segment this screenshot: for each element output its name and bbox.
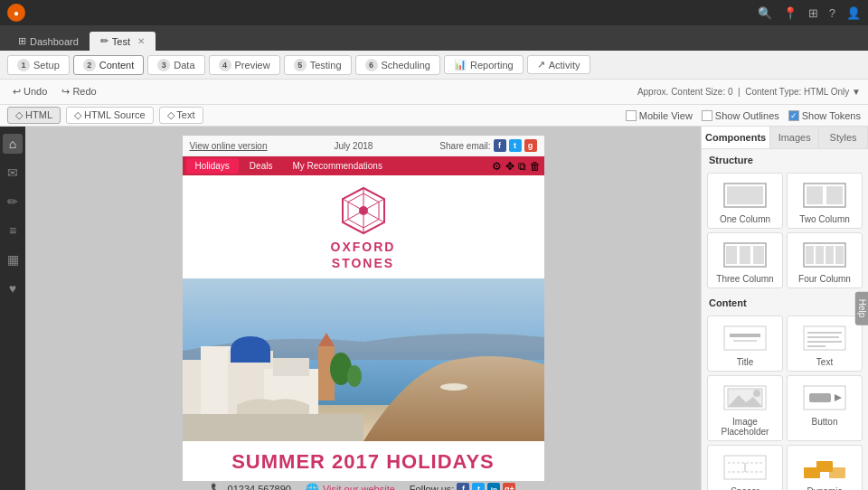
google-icon[interactable]: g: [524, 139, 537, 152]
spacer-component[interactable]: Spacer: [707, 445, 783, 490]
nav-tab-reporting[interactable]: 📊 Reporting: [444, 55, 524, 74]
nav-copy-icon[interactable]: ⧉: [518, 160, 526, 173]
two-column-icon: [791, 179, 858, 212]
svg-rect-41: [807, 341, 842, 343]
nav-delete-icon[interactable]: 🗑: [530, 160, 541, 173]
close-tab-button[interactable]: ✕: [137, 36, 145, 46]
one-column-component[interactable]: One Column: [707, 173, 783, 229]
text-icon: [791, 322, 858, 354]
nav-tab-activity[interactable]: ↗ Activity: [527, 55, 590, 74]
nav-tab-data[interactable]: 3 Data: [147, 55, 204, 75]
dynamic-content-icon: [791, 451, 858, 484]
follow-linkedin-icon[interactable]: in: [487, 483, 500, 490]
svg-rect-25: [826, 186, 843, 204]
image-placeholder-icon: [712, 382, 778, 414]
sidebar-email-icon[interactable]: ✉: [3, 163, 23, 183]
share-icons: Share email: f t g: [439, 139, 536, 152]
svg-point-5: [359, 206, 368, 215]
nav-num-6: 6: [365, 59, 378, 71]
nav-tabs-row: 1 Setup 2 Content 3 Data 4 Preview 5 Tes…: [0, 51, 868, 80]
nav-tab-preview[interactable]: 4 Preview: [209, 55, 280, 75]
show-outlines-checkbox[interactable]: [702, 110, 712, 121]
html-mode-button[interactable]: ◇ HTML: [7, 107, 61, 124]
show-outlines-toggle[interactable]: Show Outlines: [702, 110, 779, 121]
content-type-dropdown-icon[interactable]: ▼: [852, 87, 861, 97]
three-column-component[interactable]: Three Column: [707, 232, 783, 288]
website-link[interactable]: Visit our website: [323, 484, 395, 490]
twitter-icon[interactable]: t: [509, 139, 522, 152]
nav-num-3: 3: [157, 59, 170, 71]
content-area: View online version July 2018 Share emai…: [25, 127, 701, 490]
svg-rect-31: [806, 246, 814, 264]
top-bar-icons: 🔍 📍 ⊞ ? 👤: [758, 6, 861, 20]
follow-google-icon[interactable]: g+: [503, 483, 515, 490]
text-mode-button[interactable]: ◇ Text: [159, 107, 203, 124]
sidebar-home-icon[interactable]: ⌂: [3, 134, 23, 154]
tab-dashboard[interactable]: ⊞ Dashboard: [7, 32, 90, 51]
redo-button[interactable]: ↪ Redo: [56, 84, 101, 99]
three-column-icon: [712, 239, 778, 271]
mode-toolbar: ◇ HTML ◇ HTML Source ◇ Text Mobile View …: [0, 105, 868, 127]
dashboard-icon: ⊞: [18, 35, 26, 47]
html-source-mode-button[interactable]: ◇ HTML Source: [66, 107, 154, 124]
panel-tab-styles[interactable]: Styles: [819, 127, 868, 148]
reporting-icon: 📊: [454, 59, 467, 71]
show-tokens-toggle[interactable]: ✓ Show Tokens: [788, 110, 861, 121]
hero-image: [183, 278, 544, 441]
sidebar-list-icon[interactable]: ≡: [3, 221, 23, 240]
svg-rect-56: [829, 467, 845, 478]
image-placeholder-component[interactable]: Image Placeholder: [707, 375, 783, 441]
svg-rect-42: [807, 345, 826, 347]
nav-tab-setup[interactable]: 1 Setup: [7, 55, 70, 75]
dynamic-content-component[interactable]: Dynamic Content: [787, 445, 863, 490]
svg-point-46: [753, 390, 760, 397]
tab-test[interactable]: ✏ Test ✕: [90, 32, 156, 51]
nav-tab-scheduling[interactable]: 6 Scheduling: [355, 55, 440, 75]
nav-tab-content[interactable]: 2 Content: [73, 55, 145, 75]
email-nav-holidays[interactable]: Holidays: [186, 158, 239, 174]
svg-rect-27: [726, 246, 737, 264]
text-component[interactable]: Text: [787, 316, 863, 372]
left-sidebar: ⌂ ✉ ✏ ≡ ▦ ♥: [0, 127, 25, 490]
four-column-component[interactable]: Four Column: [787, 232, 863, 288]
one-column-icon: [712, 179, 778, 212]
panel-tab-components[interactable]: Components: [702, 127, 770, 148]
help-icon[interactable]: ?: [829, 6, 835, 20]
sidebar-edit-icon[interactable]: ✏: [3, 192, 23, 212]
nav-tab-testing[interactable]: 5 Testing: [284, 55, 352, 75]
follow-twitter-icon[interactable]: t: [472, 483, 485, 490]
mobile-view-checkbox[interactable]: [626, 110, 637, 121]
four-column-icon: [791, 239, 858, 271]
svg-point-18: [347, 365, 362, 387]
nav-num-1: 1: [17, 59, 30, 71]
grid-icon[interactable]: ⊞: [808, 6, 818, 20]
follow-facebook-icon[interactable]: f: [457, 483, 469, 490]
show-tokens-checkbox[interactable]: ✓: [788, 110, 799, 121]
nav-settings-icon[interactable]: ⚙: [492, 160, 502, 173]
help-tab[interactable]: Help: [855, 292, 868, 325]
facebook-icon[interactable]: f: [494, 139, 506, 152]
button-component[interactable]: Button: [787, 375, 863, 441]
svg-rect-24: [807, 186, 823, 204]
user-icon[interactable]: 👤: [846, 6, 861, 20]
sidebar-chart-icon[interactable]: ▦: [3, 250, 23, 269]
panel-tabs: Components Images Styles: [702, 127, 868, 149]
nav-num-5: 5: [294, 59, 307, 71]
location-icon[interactable]: 📍: [783, 6, 797, 20]
nav-move-icon[interactable]: ✥: [505, 160, 514, 173]
undo-button[interactable]: ↩ Undo: [7, 84, 52, 99]
email-nav-deals[interactable]: Deals: [241, 158, 282, 174]
view-online-link[interactable]: View online version: [190, 141, 268, 151]
panel-tab-images[interactable]: Images: [770, 127, 819, 148]
search-icon[interactable]: 🔍: [758, 6, 772, 20]
top-bar: ● 🔍 📍 ⊞ ? 👤: [0, 0, 868, 25]
follow-us: Follow us: f t in g+: [410, 483, 516, 490]
email-nav-recommendations[interactable]: My Recommendations: [283, 158, 391, 174]
svg-marker-49: [835, 394, 842, 401]
website-contact: 🌐 Visit our website: [306, 483, 395, 490]
two-column-component[interactable]: Two Column: [787, 173, 863, 229]
title-component[interactable]: Title: [707, 316, 783, 372]
sidebar-heart-icon[interactable]: ♥: [3, 278, 23, 298]
mobile-view-toggle[interactable]: Mobile View: [626, 110, 693, 121]
svg-rect-40: [807, 336, 839, 338]
